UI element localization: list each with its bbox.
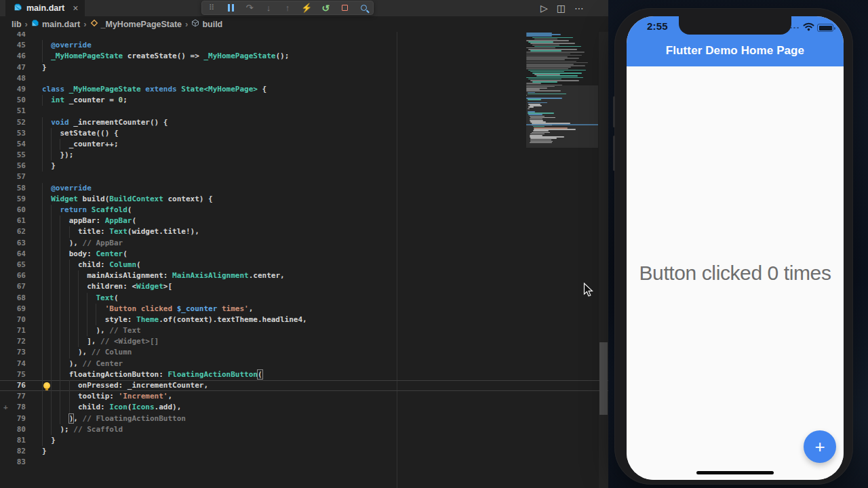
tab-close-icon[interactable]: × [73,3,78,13]
line-number[interactable]: 63 [0,238,26,249]
line-number[interactable]: 50 [0,95,26,106]
home-indicator[interactable] [696,471,774,474]
split-editor-icon[interactable]: ◫ [557,3,566,14]
line-number[interactable]: 53 [0,128,26,139]
code-line[interactable]: 56} [0,161,608,171]
line-number[interactable]: 76 [0,380,26,391]
scrollbar-thumb[interactable] [599,342,608,415]
line-number[interactable]: 48 [0,73,26,84]
line-number[interactable]: 82 [0,446,26,457]
line-number[interactable]: 58 [0,183,26,194]
line-number[interactable]: 61 [0,216,26,226]
line-number[interactable]: 49 [0,84,26,95]
code-line[interactable]: 64body: Center( [0,249,608,260]
code-line[interactable]: 80); // Scaffold [0,424,608,435]
drag-handle-icon[interactable]: ⠿ [202,1,221,14]
line-number[interactable]: 75 [0,369,26,380]
line-number[interactable]: 60 [0,205,26,216]
quick-fix-lightbulb-icon[interactable] [43,382,50,389]
increment-fab[interactable]: + [804,430,836,463]
code-line[interactable]: 73), // Column [0,347,608,358]
widget-inspector-icon[interactable] [354,1,373,14]
run-icon[interactable]: ▷ [540,3,548,14]
line-number[interactable]: 62 [0,226,26,237]
code-line[interactable]: 67children: <Widget>[ [0,281,608,292]
code-line[interactable]: 55}); [0,150,608,161]
line-number[interactable]: 64 [0,249,26,260]
line-number[interactable]: 71 [0,325,26,336]
code-line[interactable]: 58@override [0,183,608,194]
code-line[interactable]: 52void _incrementCounter() { [0,117,608,128]
line-number[interactable]: 47 [0,62,26,73]
code-line[interactable]: 79), // FloatingActionButton [0,413,608,424]
code-line[interactable]: 69'Button clicked $_counter times', [0,304,608,314]
code-line[interactable]: 75floatingActionButton: FloatingActionBu… [0,369,608,380]
breadcrumb-item-lib[interactable]: lib [12,20,22,29]
code-line[interactable]: 54_counter++; [0,139,608,150]
code-editor[interactable]: 4445@override46_MyHomePageState createSt… [0,32,608,488]
restart-icon[interactable]: ↺ [316,1,335,14]
line-number[interactable]: 46 [0,51,26,62]
code-line[interactable]: 57 [0,171,608,182]
code-line[interactable]: 70style: Theme.of(context).textTheme.hea… [0,314,608,325]
code-line[interactable]: 71), // Text [0,325,608,336]
line-number[interactable]: 45 [0,40,26,51]
breadcrumb-item-class[interactable]: _MyHomePageState [90,19,182,29]
line-number[interactable]: 81 [0,435,26,446]
line-number[interactable]: 73 [0,347,26,358]
line-number[interactable]: 74 [0,359,26,369]
line-number[interactable]: 52 [0,117,26,128]
code-line[interactable]: 72], // <Widget>[] [0,336,608,347]
code-line[interactable]: 82} [0,446,608,457]
breadcrumb-item-main-dart[interactable]: main.dart [31,19,80,29]
code-line[interactable]: 59Widget build(BuildContext context) { [0,194,608,205]
line-number[interactable]: 66 [0,270,26,281]
code-line[interactable]: 77tooltip: 'Increment', [0,391,608,402]
code-line[interactable]: 48 [0,73,608,84]
line-number[interactable]: 67 [0,281,26,292]
code-line[interactable]: 46_MyHomePageState createState() => _MyH… [0,51,608,62]
line-number[interactable]: 80 [0,424,26,435]
line-number[interactable]: 68 [0,293,26,304]
more-actions-icon[interactable]: ⋯ [574,3,584,14]
code-line[interactable]: 51 [0,106,608,117]
line-number[interactable]: 69 [0,304,26,314]
hot-reload-icon[interactable]: ⚡ [297,1,316,14]
code-line[interactable]: 66mainAxisAlignment: MainAxisAlignment.c… [0,270,608,281]
line-number[interactable]: 55 [0,150,26,161]
code-line[interactable]: 44 [0,32,608,40]
line-number[interactable]: 79 [0,413,26,424]
pause-icon[interactable] [221,1,240,14]
code-line[interactable]: 53setState(() { [0,128,608,139]
line-number[interactable]: 83 [0,457,26,468]
code-line[interactable]: 47} [0,62,608,73]
code-line[interactable]: 63), // AppBar [0,238,608,249]
code-line[interactable]: 62title: Text(widget.title!), [0,226,608,237]
step-into-icon[interactable]: ↓ [259,1,278,14]
step-out-icon[interactable]: ↑ [278,1,297,14]
line-number[interactable]: 57 [0,171,26,182]
code-line[interactable]: 78child: Icon(Icons.add),+ [0,402,608,413]
code-line[interactable]: 60return Scaffold( [0,205,608,216]
code-line[interactable]: 49class _MyHomePageState extends State<M… [0,84,608,95]
line-number[interactable]: 59 [0,194,26,205]
code-line[interactable]: 68Text( [0,293,608,304]
stop-icon[interactable] [335,1,354,14]
code-line[interactable]: 74), // Center [0,359,608,369]
line-number[interactable]: 65 [0,260,26,270]
code-line[interactable]: 61appBar: AppBar( [0,216,608,226]
line-number[interactable]: 70 [0,314,26,325]
line-number[interactable]: 54 [0,139,26,150]
line-number[interactable]: 72 [0,336,26,347]
code-line[interactable]: 81} [0,435,608,446]
line-number[interactable]: 51 [0,106,26,117]
line-number[interactable]: 56 [0,161,26,171]
code-line[interactable]: 50int _counter = 0; [0,95,608,106]
line-number[interactable]: 44 [0,32,26,40]
code-line[interactable]: 76onPressed: _incrementCounter, [0,380,608,391]
line-number[interactable]: 77 [0,391,26,402]
code-line[interactable]: 83 [0,457,608,468]
code-line[interactable]: 45@override [0,40,608,51]
breadcrumb-item-build[interactable]: build [191,19,222,29]
minimap[interactable] [526,33,598,152]
